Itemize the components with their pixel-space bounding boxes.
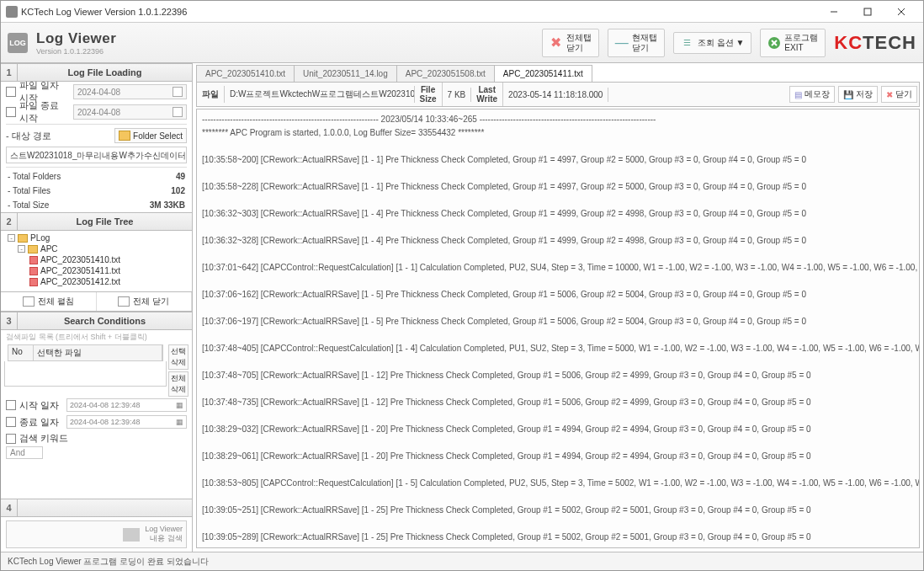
- search-end-checkbox[interactable]: [6, 417, 16, 427]
- search-start-checkbox[interactable]: [6, 400, 16, 410]
- lastwrite-value: 2023-05-14 11:18:18.000: [508, 90, 603, 99]
- search-end-input[interactable]: 2024-04-08 12:39:48▦: [66, 415, 187, 429]
- collapse-all-button[interactable]: 전체 닫기: [97, 292, 193, 311]
- log-line: [202, 490, 914, 504]
- svg-rect-1: [864, 8, 871, 15]
- log-line: [202, 544, 914, 548]
- expand-icon: [23, 296, 35, 307]
- expander-icon[interactable]: -: [8, 234, 15, 242]
- status-text: KCTech Log Viewer 프로그램 로딩이 완료 되었습니다: [8, 556, 209, 568]
- search-start-label: 시작 일자: [19, 399, 63, 412]
- folder-select-button[interactable]: Folder Select: [114, 128, 187, 143]
- path-display: 스트W20231018_마무리내용W추가수신데이터WPLog: [6, 147, 187, 163]
- log-line: [10:38:53~805] [CAPCControl::RequestCalc…: [202, 477, 914, 490]
- total-size-value: 3M 33KB: [150, 200, 185, 210]
- log-line: [202, 463, 914, 477]
- close-tab-button[interactable]: ✖닫기: [881, 86, 917, 103]
- file-tree[interactable]: -PLog-APCAPC_2023051410.txtAPC_202305141…: [1, 231, 192, 291]
- log-line: [10:36:32~328] [CRework::ActualRRSave] […: [202, 234, 914, 248]
- tree-folder[interactable]: -PLog: [3, 232, 190, 243]
- log-line: [202, 140, 914, 153]
- folder-icon: [28, 245, 38, 253]
- app-logo-icon: LOG: [8, 33, 28, 53]
- section-1-badge: 1: [1, 64, 18, 81]
- tab-3[interactable]: APC_2023051411.txt: [494, 65, 592, 82]
- window-title: KCTech Log Viewer Version 1.0.1.22396: [21, 7, 187, 17]
- tree-file[interactable]: APC_2023051410.txt: [3, 254, 190, 265]
- search-end-label: 종료 일자: [19, 416, 63, 429]
- expander-icon[interactable]: -: [18, 245, 25, 253]
- log-line: [10:37:06~197] [CRework::ActualRRSave] […: [202, 315, 914, 328]
- close-all-tabs-button[interactable]: ✖ 전체탭닫기: [542, 29, 599, 57]
- lastwrite-label: Last Write: [476, 85, 497, 104]
- log-line: [10:37:48~405] [CAPCControl::RequestCalc…: [202, 342, 914, 355]
- close-icon: ✖: [886, 90, 893, 99]
- log-line: [10:39:05~289] [CRework::ActualRRSave] […: [202, 531, 914, 544]
- folder-icon: [18, 234, 28, 243]
- search-file-list[interactable]: [4, 361, 167, 387]
- save-button[interactable]: 💾저장: [838, 86, 878, 103]
- log-line: [202, 248, 914, 261]
- app-icon: [6, 6, 18, 18]
- tree-file[interactable]: APC_2023051412.txt: [3, 276, 190, 287]
- log-line: [202, 517, 914, 531]
- keyword-label: 검색 키워드: [19, 432, 68, 445]
- search-list-hint: 검색파일 목록 (트리에서 Shift + 더블클릭): [1, 330, 192, 344]
- tab-1[interactable]: Unit_20230511_14.log: [294, 65, 397, 82]
- file-icon: [29, 278, 38, 286]
- end-date-checkbox[interactable]: [6, 107, 16, 117]
- section-1-title: Log File Loading: [18, 67, 192, 77]
- log-line: [10:35:58~200] [CRework::ActualRRSave] […: [202, 153, 914, 167]
- delete-selected-button[interactable]: 선택 삭제: [168, 344, 189, 370]
- andor-select[interactable]: And: [6, 446, 43, 459]
- notepad-button[interactable]: ▤메모장: [789, 86, 835, 103]
- tree-file[interactable]: APC_2023051411.txt: [3, 265, 190, 276]
- search-start-input[interactable]: 2024-04-08 12:39:48▦: [66, 398, 187, 412]
- log-line: [202, 194, 914, 207]
- tab-2[interactable]: APC_2023051508.txt: [396, 65, 495, 82]
- view-options-button[interactable]: ☰ 조회 옵션 ▼: [673, 32, 751, 54]
- log-line: [10:38:29~061] [CRework::ActualRRSave] […: [202, 450, 914, 463]
- section-3-badge: 3: [1, 312, 18, 329]
- log-line: [202, 167, 914, 180]
- keyword-checkbox[interactable]: [6, 434, 16, 444]
- folder-icon: [119, 131, 130, 141]
- section-2-title: Log File Tree: [18, 216, 192, 227]
- minimize-button[interactable]: [817, 2, 851, 22]
- start-date-checkbox[interactable]: [6, 87, 16, 97]
- total-files-value: 102: [171, 186, 185, 195]
- col-no: No: [8, 345, 34, 360]
- close-icon: —: [615, 36, 629, 50]
- log-line: ******** APC Program is started, 1.0.0.0…: [202, 126, 914, 140]
- log-content[interactable]: ----------------------------------------…: [196, 109, 920, 548]
- maximize-button[interactable]: [851, 2, 884, 22]
- close-button[interactable]: [884, 2, 918, 22]
- log-line: [10:38:29~032] [CRework::ActualRRSave] […: [202, 423, 914, 436]
- size-label: File Size: [420, 85, 437, 104]
- tree-folder[interactable]: -APC: [3, 243, 190, 254]
- col-file: 선택한 파일: [34, 345, 162, 360]
- end-date-label: 파일 종료 시작: [19, 99, 70, 125]
- target-path-label: - 대상 경로: [6, 130, 111, 142]
- close-current-tab-button[interactable]: — 현재탭닫기: [608, 29, 665, 57]
- delete-all-button[interactable]: 전체 삭제: [168, 371, 189, 397]
- close-icon: ✖: [550, 36, 563, 50]
- expand-all-button[interactable]: 전체 펼침: [1, 292, 97, 311]
- calendar-icon[interactable]: [173, 87, 183, 97]
- section-3-title: Search Conditions: [18, 316, 192, 326]
- exit-button[interactable]: 프로그램EXIT: [760, 29, 826, 57]
- tab-0[interactable]: APC_2023051410.txt: [196, 65, 295, 82]
- calendar-icon[interactable]: [173, 107, 183, 117]
- log-line: ----------------------------------------…: [202, 113, 914, 126]
- start-date-input[interactable]: 2024-04-08: [73, 84, 187, 99]
- app-version: Version 1.0.1.22396: [36, 47, 116, 56]
- save-icon: 💾: [843, 90, 853, 99]
- tab-bar: APC_2023051410.txtUnit_20230511_14.logAP…: [193, 63, 923, 82]
- end-date-input[interactable]: 2024-04-08: [73, 104, 187, 120]
- list-icon: ☰: [681, 36, 694, 50]
- log-viewer-search-button[interactable]: Log Viewer내용 검색: [6, 520, 187, 548]
- brand-logo: KCTECH: [834, 32, 916, 54]
- log-line: [202, 275, 914, 288]
- log-line: [10:37:01~642] [CAPCControl::RequestCalc…: [202, 261, 914, 275]
- log-line: [202, 221, 914, 234]
